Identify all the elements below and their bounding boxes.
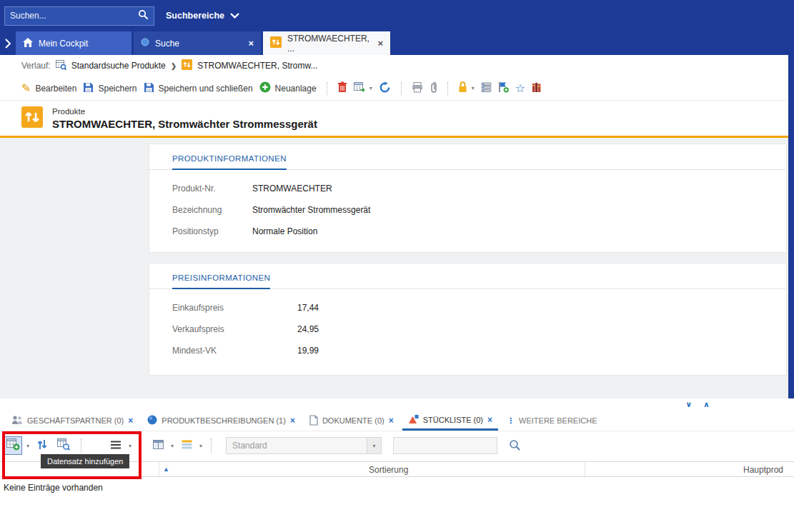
close-icon[interactable]: × bbox=[290, 416, 295, 426]
chevron-down-icon[interactable]: ▾ bbox=[171, 443, 174, 449]
tab-label: PRODUKTBESCHREIBUNGEN (1) bbox=[162, 416, 286, 425]
attachment-button[interactable] bbox=[430, 81, 437, 95]
card-header: PRODUKTINFORMATIONEN bbox=[149, 144, 786, 170]
parts-list-icon bbox=[408, 414, 419, 426]
trash-icon bbox=[337, 81, 347, 95]
add-record-icon bbox=[6, 438, 20, 453]
field-row: Produkt-Nr. STROMWAECHTER bbox=[149, 178, 786, 199]
column-header-hauptprodukt[interactable]: Hauptprod bbox=[743, 465, 783, 475]
tab-stueckliste[interactable]: STÜCKLISTE (0) × bbox=[402, 411, 498, 431]
global-search-input[interactable] bbox=[10, 11, 134, 21]
chevron-down-icon[interactable]: ▾ bbox=[369, 85, 372, 91]
close-icon[interactable]: × bbox=[389, 416, 394, 426]
partners-icon bbox=[11, 415, 23, 426]
info-sphere-icon bbox=[147, 415, 157, 426]
menu-button[interactable] bbox=[107, 436, 124, 455]
books-icon bbox=[532, 82, 542, 95]
field-value: 24,95 bbox=[297, 324, 319, 334]
toolbar-separator bbox=[140, 438, 141, 453]
tab-label: STROMWAECHTER, ... bbox=[287, 34, 372, 54]
breadcrumb-separator-icon: ❯ bbox=[171, 62, 177, 70]
view-layout-button[interactable] bbox=[149, 436, 167, 455]
tab-weitere-bereiche[interactable]: ⋮ WEITERE BEREICHE bbox=[501, 411, 602, 431]
tab-geschaeftspartner[interactable]: GESCHÄFTSPARTNER (0) × bbox=[6, 411, 139, 431]
field-rows: Produkt-Nr. STROMWAECHTER Bezeichnung St… bbox=[149, 170, 786, 242]
delete-button[interactable] bbox=[337, 81, 347, 95]
panel-collapse-controls: ∨ ∧ bbox=[685, 400, 710, 409]
field-row: Bezeichnung Stromwächter Strommessgerät bbox=[149, 199, 786, 221]
save-close-icon bbox=[144, 82, 154, 95]
window-tab-bar: Mein Cockpit Suche × STROMWAECHTER, ... … bbox=[0, 31, 794, 55]
search-record-button[interactable] bbox=[55, 436, 72, 455]
field-value: Stromwächter Strommessgerät bbox=[252, 205, 370, 215]
lock-button[interactable]: ▾ bbox=[458, 81, 475, 95]
card-title-tab[interactable]: PRODUKTINFORMATIONEN bbox=[172, 154, 287, 170]
field-label: Mindest-VK bbox=[172, 346, 297, 356]
close-icon[interactable]: × bbox=[248, 39, 254, 48]
flag-add-button[interactable] bbox=[498, 81, 509, 95]
tab-mein-cockpit[interactable]: Mein Cockpit bbox=[16, 31, 131, 55]
quick-filter-input[interactable] bbox=[393, 437, 497, 454]
field-row: Einkaufspreis 17,44 bbox=[149, 297, 786, 318]
save-button[interactable]: Speichern bbox=[83, 82, 137, 95]
field-label: Bezeichnung bbox=[172, 205, 252, 215]
toolbar-separator bbox=[447, 82, 448, 95]
books-button[interactable] bbox=[532, 82, 542, 95]
close-icon[interactable]: × bbox=[377, 39, 383, 48]
close-icon[interactable]: × bbox=[487, 415, 492, 425]
collapse-up-icon[interactable]: ∧ bbox=[703, 400, 710, 409]
reorder-button[interactable] bbox=[34, 436, 51, 455]
new-record-button[interactable]: Neuanlage bbox=[259, 81, 317, 95]
tab-label: GESCHÄFTSPARTNER (0) bbox=[27, 416, 124, 425]
grouping-button[interactable] bbox=[178, 436, 195, 455]
record-header-text: Produkte STROMWAECHTER, Stromwächter Str… bbox=[52, 107, 317, 130]
hamburger-icon bbox=[110, 441, 121, 451]
breadcrumb: Verlauf: Standardsuche Produkte ❯ STROMW… bbox=[0, 55, 788, 76]
edit-button[interactable]: ✎ Bearbeiten bbox=[21, 83, 76, 94]
add-record-button[interactable] bbox=[4, 436, 22, 455]
card-header: PREISINFORMATIONEN bbox=[149, 264, 786, 289]
close-icon[interactable]: × bbox=[128, 416, 133, 426]
tab-dokumente[interactable]: DOKUMENTE (0) × bbox=[304, 411, 400, 431]
sort-ascending-icon[interactable]: ▲ bbox=[163, 466, 169, 473]
right-scroll-strip[interactable] bbox=[788, 55, 794, 398]
archive-stack-button[interactable] bbox=[481, 82, 492, 95]
tab-overflow-chevron-icon[interactable] bbox=[0, 31, 16, 55]
view-select[interactable]: Standard ▾ bbox=[226, 437, 382, 454]
tab-produktbeschreibungen[interactable]: PRODUKTBESCHREIBUNGEN (1) × bbox=[142, 411, 301, 431]
chevron-down-icon[interactable]: ▾ bbox=[472, 85, 475, 91]
export-table-icon bbox=[354, 82, 365, 95]
column-header-sortierung[interactable]: Sortierung bbox=[369, 465, 408, 475]
card-title-tab[interactable]: PREISINFORMATIONEN bbox=[172, 273, 270, 289]
chevron-down-icon[interactable]: ▾ bbox=[129, 443, 131, 449]
refresh-button[interactable] bbox=[379, 81, 391, 96]
view-select-dropdown-button[interactable]: ▾ bbox=[367, 438, 381, 453]
collapse-down-icon[interactable]: ∨ bbox=[685, 400, 692, 409]
chevron-down-icon[interactable]: ▾ bbox=[26, 443, 29, 449]
new-record-label: Neuanlage bbox=[275, 84, 317, 94]
search-areas-dropdown[interactable]: Suchbereiche bbox=[166, 11, 239, 21]
chevron-down-icon[interactable]: ▾ bbox=[199, 443, 202, 449]
pencil-icon: ✎ bbox=[21, 83, 31, 94]
breadcrumb-item-record[interactable]: STROMWAECHTER, Stromw... bbox=[197, 61, 317, 71]
favorite-button[interactable]: ☆ bbox=[515, 83, 525, 94]
search-icon[interactable] bbox=[138, 9, 149, 22]
record-title: STROMWAECHTER, Stromwächter Strommessger… bbox=[52, 118, 317, 130]
tab-stromwaechter[interactable]: STROMWAECHTER, ... × bbox=[263, 31, 390, 55]
global-search-box[interactable] bbox=[4, 6, 154, 26]
tab-suche[interactable]: Suche × bbox=[134, 31, 261, 55]
table-search-icon bbox=[57, 438, 70, 453]
printer-icon bbox=[412, 82, 423, 95]
breadcrumb-item-standardsuche[interactable]: Standardsuche Produkte bbox=[71, 61, 166, 71]
save-close-button[interactable]: Speichern und schließen bbox=[144, 82, 253, 95]
field-label: Positionstyp bbox=[172, 226, 252, 236]
print-button[interactable] bbox=[412, 82, 423, 95]
edit-label: Bearbeiten bbox=[35, 84, 76, 94]
card-produktinformationen: PRODUKTINFORMATIONEN Produkt-Nr. STROMWA… bbox=[149, 144, 787, 253]
grid-search-button[interactable] bbox=[506, 436, 523, 455]
record-header: Produkte STROMWAECHTER, Stromwächter Str… bbox=[0, 101, 788, 138]
field-row: Mindest-VK 19,99 bbox=[149, 340, 786, 361]
field-label: Einkaufspreis bbox=[172, 303, 297, 313]
export-button[interactable]: ▾ bbox=[354, 82, 372, 95]
column-divider bbox=[159, 462, 159, 476]
